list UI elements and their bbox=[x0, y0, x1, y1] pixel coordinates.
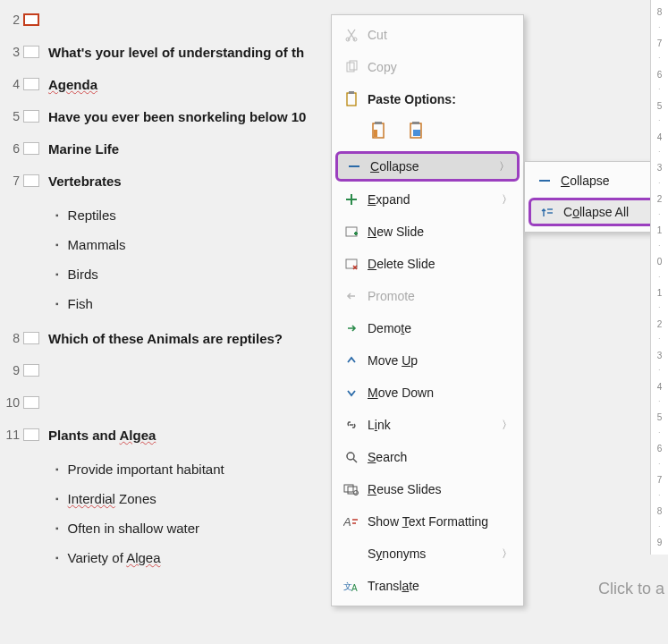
slide-title[interactable]: Plants and Algea bbox=[48, 428, 156, 443]
chevron-right-icon: 〉 bbox=[499, 159, 510, 174]
menu-collapse[interactable]: Collapse 〉 bbox=[335, 151, 520, 182]
menu-label: Reuse Slides bbox=[368, 482, 512, 496]
copy-icon bbox=[341, 60, 362, 74]
slide-number: 10 bbox=[0, 395, 20, 410]
menu-demote[interactable]: Demote bbox=[332, 312, 523, 344]
menu-label: Expand bbox=[368, 192, 502, 207]
slide-thumb[interactable] bbox=[23, 396, 39, 409]
menu-cut[interactable]: Cut bbox=[332, 19, 523, 51]
svg-text:A: A bbox=[351, 583, 358, 593]
menu-new-slide[interactable]: New Slide bbox=[332, 216, 523, 248]
collapse-all-icon bbox=[537, 205, 558, 219]
svg-text:A: A bbox=[343, 515, 351, 529]
menu-label: Delete Slide bbox=[368, 257, 512, 271]
menu-show-text-formatting[interactable]: A Show Text Formatting bbox=[332, 505, 523, 538]
menu-label: Show Text Formatting bbox=[368, 514, 512, 529]
menu-paste-header: Paste Options: bbox=[332, 83, 523, 115]
chevron-right-icon: 〉 bbox=[502, 547, 512, 562]
svg-rect-10 bbox=[413, 130, 420, 136]
slide-number: 5 bbox=[0, 109, 20, 123]
menu-delete-slide[interactable]: Delete Slide bbox=[332, 248, 523, 280]
slide-thumb[interactable] bbox=[23, 78, 39, 90]
menu-label: Paste Options: bbox=[368, 92, 512, 106]
delete-slide-icon bbox=[341, 257, 362, 271]
new-slide-icon bbox=[341, 225, 362, 239]
slide-number: 11 bbox=[0, 428, 20, 442]
slide-title[interactable]: What's your level of understanding of th bbox=[48, 45, 304, 60]
slide-thumb[interactable] bbox=[23, 110, 39, 123]
menu-reuse-slides[interactable]: Reuse Slides bbox=[332, 473, 523, 505]
menu-label: Link bbox=[368, 418, 502, 432]
svg-rect-9 bbox=[412, 122, 419, 124]
slide-number: 9 bbox=[0, 363, 20, 377]
slide-number: 8 bbox=[0, 331, 20, 345]
paste-use-theme-button[interactable] bbox=[368, 119, 393, 144]
translate-icon: 文A bbox=[341, 579, 362, 593]
menu-label: Translate bbox=[368, 579, 512, 593]
svg-rect-5 bbox=[349, 91, 354, 94]
menu-synonyms[interactable]: Synonyms 〉 bbox=[332, 538, 523, 570]
slide-placeholder-text[interactable]: Click to a bbox=[595, 571, 668, 607]
text-formatting-icon: A bbox=[341, 514, 362, 529]
slide-thumb[interactable] bbox=[23, 428, 39, 441]
menu-label: Move Down bbox=[368, 386, 512, 400]
slide-number: 7 bbox=[0, 174, 20, 188]
slide-title[interactable]: Which of these Animals are reptiles? bbox=[48, 331, 283, 346]
menu-label: Promote bbox=[368, 289, 512, 303]
slide-thumb[interactable] bbox=[23, 46, 39, 58]
link-icon bbox=[341, 418, 362, 432]
slide-thumb[interactable] bbox=[23, 364, 39, 377]
menu-label: Collapse bbox=[370, 159, 499, 174]
menu-expand[interactable]: Expand 〉 bbox=[332, 183, 523, 216]
svg-point-22 bbox=[354, 491, 359, 496]
slide-thumb[interactable] bbox=[23, 13, 39, 26]
submenu-collapse[interactable]: Collapse bbox=[525, 165, 659, 196]
menu-label: Search bbox=[368, 450, 512, 464]
chevron-up-icon bbox=[341, 353, 362, 368]
menu-link[interactable]: Link 〉 bbox=[332, 409, 523, 441]
menu-copy[interactable]: Copy bbox=[332, 51, 523, 83]
slide-thumb[interactable] bbox=[23, 174, 39, 187]
slide-number: 3 bbox=[0, 45, 20, 59]
menu-label: Copy bbox=[368, 60, 512, 74]
menu-translate[interactable]: 文A Translate bbox=[332, 570, 523, 602]
svg-line-19 bbox=[353, 459, 357, 462]
slide-number: 4 bbox=[0, 77, 20, 91]
chevron-right-icon: 〉 bbox=[502, 418, 512, 433]
chevron-right-icon: 〉 bbox=[502, 192, 512, 208]
minus-icon bbox=[534, 174, 555, 188]
chevron-down-icon bbox=[341, 386, 362, 400]
menu-search[interactable]: Search bbox=[332, 441, 523, 473]
slide-thumb[interactable] bbox=[23, 142, 39, 155]
menu-label: New Slide bbox=[368, 225, 512, 239]
svg-rect-21 bbox=[348, 487, 357, 494]
vertical-ruler: 8· 7· 6· 5· 4· 3· 2· 1· 0· 1· 2· 3· 4· 5… bbox=[650, 0, 668, 555]
svg-rect-4 bbox=[347, 93, 356, 106]
arrow-left-icon bbox=[341, 289, 362, 303]
slide-number: 6 bbox=[0, 141, 20, 156]
cut-icon bbox=[341, 28, 362, 42]
menu-promote[interactable]: Promote bbox=[332, 280, 523, 312]
menu-move-up[interactable]: Move Up bbox=[332, 344, 523, 377]
slide-title[interactable]: Vertebrates bbox=[48, 174, 122, 189]
slide-title[interactable]: Marine Life bbox=[48, 141, 119, 157]
context-menu: Cut Copy Paste Options: Collapse 〉 Expan… bbox=[331, 14, 524, 606]
paste-picture-button[interactable] bbox=[405, 119, 430, 144]
svg-rect-20 bbox=[344, 485, 353, 492]
minus-icon bbox=[343, 159, 365, 174]
submenu-collapse-all[interactable]: Collapse All bbox=[528, 198, 655, 226]
svg-rect-7 bbox=[375, 122, 382, 124]
menu-label: Cut bbox=[368, 28, 512, 42]
slide-thumb[interactable] bbox=[23, 332, 39, 344]
collapse-submenu: Collapse Collapse All bbox=[524, 161, 660, 233]
slide-number: 2 bbox=[0, 13, 20, 27]
slide-title[interactable]: Have you ever been snorkeling below 10 bbox=[48, 109, 306, 124]
search-icon bbox=[341, 450, 362, 464]
clipboard-icon bbox=[341, 91, 362, 107]
svg-point-18 bbox=[347, 453, 354, 460]
reuse-slides-icon bbox=[341, 482, 362, 496]
menu-move-down[interactable]: Move Down bbox=[332, 377, 523, 409]
slide-title[interactable]: Agenda bbox=[48, 77, 97, 92]
arrow-right-icon bbox=[341, 321, 362, 335]
paste-options bbox=[332, 115, 523, 149]
